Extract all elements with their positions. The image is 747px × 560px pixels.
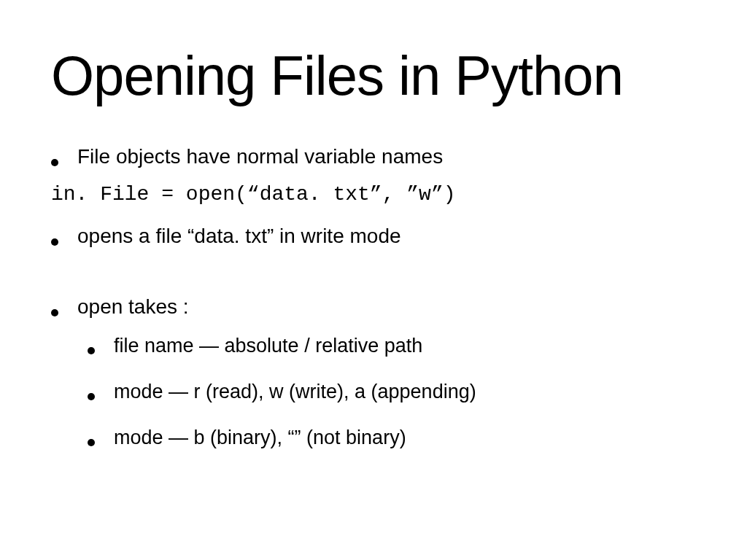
bullet-icon	[88, 393, 95, 400]
sub-bullet-item: file name — absolute / relative path	[88, 333, 696, 359]
bullet-icon	[51, 238, 58, 246]
sub-bullet-text: mode — b (binary), “” (not binary)	[114, 425, 406, 451]
bullet-item: File objects have normal variable names	[51, 144, 696, 170]
bullet-item: open takes :	[51, 294, 696, 320]
sub-bullet-item: mode — b (binary), “” (not binary)	[88, 425, 696, 451]
bullet-text: open takes :	[77, 294, 189, 320]
bullet-icon	[88, 347, 95, 354]
bullet-icon	[51, 309, 58, 316]
sub-bullet-list: file name — absolute / relative path mod…	[88, 333, 696, 451]
sub-bullet-item: mode — r (read), w (write), a (appending…	[88, 379, 696, 405]
bullet-text: opens a file “data. txt” in write mode	[77, 223, 401, 249]
bullet-item: opens a file “data. txt” in write mode	[51, 223, 696, 249]
sub-bullet-text: mode — r (read), w (write), a (appending…	[114, 379, 476, 405]
bullet-text: File objects have normal variable names	[77, 144, 443, 170]
bullet-icon	[51, 159, 58, 166]
bullet-icon	[88, 439, 95, 446]
slide-title: Opening Files in Python	[51, 44, 696, 107]
sub-bullet-text: file name — absolute / relative path	[114, 333, 422, 359]
code-line: in. File = open(“data. txt”, ”w”)	[51, 183, 696, 206]
